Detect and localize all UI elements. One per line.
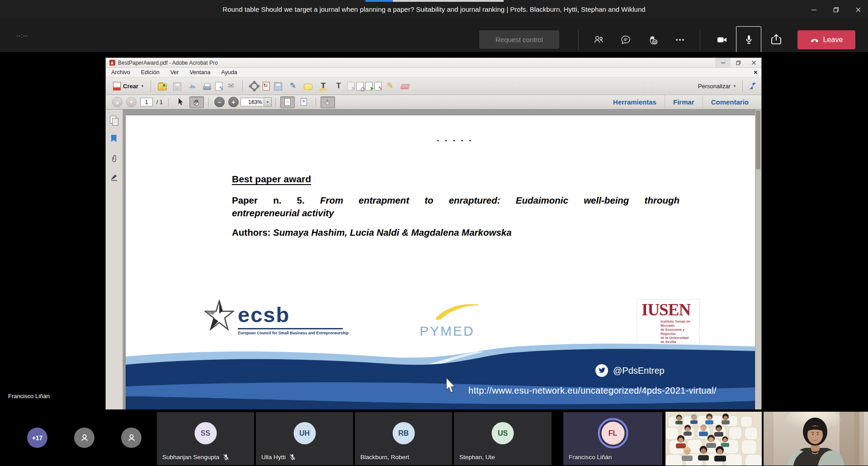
request-control-button[interactable]: Request control	[479, 30, 559, 49]
pymed-wordmark: PYMED	[420, 323, 483, 339]
cloud-upload-icon[interactable]: ☁↑	[188, 81, 197, 90]
minimize-icon[interactable]	[811, 6, 817, 13]
menu-edicion[interactable]: Edición	[141, 69, 160, 76]
raise-hand-icon[interactable]	[647, 34, 659, 46]
tab-herramientas[interactable]: Herramientas	[605, 95, 665, 109]
eraser-icon[interactable]	[401, 81, 410, 90]
participant-tile[interactable]: US Stephan, Ute	[454, 412, 552, 465]
tab-comentario[interactable]: Comentario	[703, 95, 757, 109]
save-icon[interactable]	[173, 82, 181, 90]
sharing-indicator-handle[interactable]	[393, 0, 504, 2]
video-tile-audience[interactable]	[665, 412, 762, 466]
gear-icon[interactable]	[250, 81, 259, 90]
pen-icon[interactable]: ✎	[288, 81, 297, 90]
camera-icon[interactable]	[716, 34, 728, 46]
meeting-timer: --:--	[16, 32, 28, 39]
zoom-out-icon[interactable]: −	[214, 97, 225, 107]
page-number-input[interactable]	[140, 98, 153, 106]
menu-archivo[interactable]: Archivo	[111, 69, 130, 76]
crear-button[interactable]: Crear ▼	[110, 81, 147, 92]
participant-placeholder-icon[interactable]	[121, 428, 142, 448]
iusen-caption: Instituto Tomás de Mercado de Economía y…	[660, 319, 699, 344]
share-screen-icon[interactable]	[769, 32, 784, 47]
personalizar-button[interactable]: Personalizar	[698, 83, 731, 90]
acrobat-titlebar[interactable]: BestPaperAward.pdf - Adobe Acrobat Pro	[106, 58, 761, 68]
signatures-icon[interactable]	[110, 173, 119, 182]
highlight-icon[interactable]: T	[319, 81, 328, 90]
close-icon[interactable]	[855, 6, 862, 13]
sharing-indicator-bar	[365, 0, 393, 2]
page-up-icon[interactable]: ▲	[112, 97, 123, 107]
vertical-scrollbar[interactable]	[755, 109, 761, 412]
acrobat-minimize-icon[interactable]	[715, 58, 731, 67]
sign-document-icon[interactable]: ✎	[215, 82, 222, 90]
email-icon[interactable]: ✉	[226, 81, 236, 90]
expand-window-icon[interactable]	[749, 82, 757, 90]
microphone-icon	[743, 33, 755, 46]
participant-tile[interactable]: SS Subhanjan Sengupta	[157, 412, 254, 465]
search-document-icon[interactable]	[356, 82, 363, 90]
chat-icon[interactable]	[620, 34, 632, 46]
participant-tile[interactable]: RB Blackburn, Robert	[355, 412, 452, 465]
shared-screen-stage: BestPaperAward.pdf - Adobe Acrobat Pro A…	[0, 52, 868, 415]
pdf-authors: Authors: Sumaya Hashim, Lucia Naldi & Ma…	[232, 227, 512, 238]
create-pdf-icon	[113, 82, 121, 90]
zoom-dropdown-icon[interactable]: ▼	[264, 97, 272, 107]
extract-page-icon[interactable]: ➤	[365, 82, 373, 90]
acrobat-main-toolbar: Crear ▼ ☁↑ ✎ ✉ ↻ ✎ T T ✕ ➤	[106, 77, 761, 95]
participant-name: Blackburn, Robert	[360, 454, 409, 461]
participant-name: Subhanjan Sengupta	[162, 454, 219, 461]
overflow-participants-badge[interactable]: +17	[27, 428, 47, 448]
menu-ayuda[interactable]: Ayuda	[221, 69, 237, 76]
participant-name: Ulla Hytti	[261, 454, 286, 461]
zoom-level-input[interactable]	[241, 98, 264, 106]
teams-meeting-screen: Round table Should we target a journal w…	[0, 0, 868, 466]
page-down-icon[interactable]: ▼	[126, 97, 137, 107]
participant-tile-speaking[interactable]: FL Francisco Liñán	[563, 412, 662, 465]
participant-tile[interactable]: UH Ulla Hytti	[256, 412, 353, 465]
fit-width-icon[interactable]	[280, 96, 295, 108]
touch-mode-icon[interactable]	[321, 96, 335, 108]
ecsb-caption: European Council for Small Business and …	[238, 331, 349, 335]
page-thumbnails-icon[interactable]	[110, 116, 119, 125]
close-document-icon[interactable]: ✕	[754, 70, 758, 76]
hand-tool-icon[interactable]	[189, 96, 204, 108]
print-icon[interactable]	[203, 86, 211, 90]
pdf-page: - - - - - Best paper award Paper n. 5. F…	[126, 115, 758, 411]
pymed-crescent-icon	[432, 302, 482, 321]
mic-muted-icon	[222, 453, 230, 461]
attachments-icon[interactable]	[110, 154, 119, 163]
zoom-in-icon[interactable]: +	[228, 97, 239, 107]
edit-document-icon[interactable]: ✎	[374, 82, 382, 90]
add-text-icon[interactable]: T	[334, 81, 343, 90]
comment-bubble-icon[interactable]	[304, 84, 312, 90]
delete-page-icon[interactable]: ✕	[347, 82, 354, 90]
participant-placeholder-icon[interactable]	[74, 428, 94, 448]
presenter-name-label: Francisco Liñán	[8, 393, 50, 399]
fit-page-icon[interactable]	[297, 96, 311, 108]
acrobat-close-icon[interactable]	[746, 58, 761, 67]
pencil-icon[interactable]: ✎	[386, 81, 395, 90]
hang-up-icon	[810, 35, 819, 44]
footer-url: http://www.esu-network.eu/uncategorized/…	[468, 385, 717, 396]
bookmarks-icon[interactable]	[110, 135, 119, 144]
tab-firmar[interactable]: Firmar	[665, 95, 703, 109]
microphone-button[interactable]	[736, 26, 761, 52]
twitter-handle: @PdsEntrep	[613, 366, 665, 376]
more-options-icon[interactable]	[674, 34, 686, 46]
scrollbar-thumb[interactable]	[756, 110, 760, 169]
export-pdf-icon[interactable]: ↻	[263, 82, 270, 90]
restore-icon[interactable]	[833, 6, 840, 13]
iusen-wordmark: IUSEN	[642, 301, 699, 319]
select-tool-icon[interactable]	[173, 96, 188, 108]
leave-button[interactable]: Leave	[797, 30, 855, 49]
menu-ventana[interactable]: Ventana	[189, 69, 210, 76]
twitter-row: @PdsEntrep	[595, 364, 665, 377]
open-file-icon[interactable]	[158, 84, 167, 90]
acrobat-nav-toolbar: ▲ ▼ / 1 − + ▼	[106, 95, 761, 109]
people-icon[interactable]	[593, 34, 604, 46]
acrobat-restore-icon[interactable]	[731, 58, 746, 67]
menu-ver[interactable]: Ver	[170, 69, 179, 76]
save-as-icon[interactable]	[274, 82, 282, 90]
video-tile-webcam[interactable]	[764, 412, 868, 466]
